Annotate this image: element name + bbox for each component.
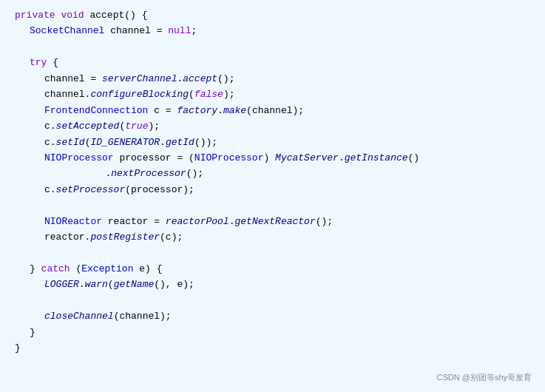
type-socketchannel: SocketChannel <box>30 23 104 38</box>
line-close-channel: closeChannel (channel); <box>15 308 530 324</box>
method-setAccepted: setAccepted <box>56 118 120 134</box>
var-factory: factory <box>177 103 217 118</box>
method-postRegister: postRegister <box>90 229 160 245</box>
method-warn: warn <box>85 277 108 292</box>
keyword-private: private <box>15 7 55 23</box>
line-blank-4 <box>15 293 530 308</box>
line-blank-1 <box>15 39 530 55</box>
line-blank-2 <box>15 197 530 213</box>
keyword-true: true <box>125 118 148 134</box>
var-logger: LOGGER <box>44 277 79 292</box>
line-next-processor: . nextProcessor (); <box>15 166 530 181</box>
method-setId: setId <box>56 135 85 150</box>
line-logger-warn: LOGGER . warn ( getName (), e); <box>15 277 530 292</box>
method-getInstance: getInstance <box>345 150 408 166</box>
type-exception: Exception <box>81 261 133 277</box>
line-channel-accept: channel = serverChannel . accept (); <box>15 71 530 87</box>
watermark: CSDN @别团等shy哥发育 <box>436 372 532 383</box>
method-accept: accept <box>183 71 217 87</box>
keyword-catch: catch <box>41 261 70 277</box>
method-setProcessor: setProcessor <box>56 182 126 197</box>
line-close-method: } <box>15 340 530 356</box>
line-frontend-connection: FrontendConnection c = factory . make (c… <box>15 103 530 118</box>
line-close-catch: } <box>15 325 530 340</box>
type-nioprocessor: NIOProcessor <box>44 150 114 166</box>
type-nioprocessor-cast: NIOProcessor <box>194 150 264 166</box>
line-2: SocketChannel channel = null ; <box>15 23 530 38</box>
line-try: try { <box>15 55 530 70</box>
keyword-void: void <box>61 7 84 23</box>
method-nextProcessor: nextProcessor <box>111 166 186 181</box>
line-catch: } catch ( Exception e) { <box>15 261 530 277</box>
line-set-processor: c. setProcessor (processor); <box>15 182 530 197</box>
line-set-accepted: c. setAccepted ( true ); <box>15 118 530 134</box>
method-closeChannel: closeChannel <box>44 308 114 324</box>
line-nio-processor: NIOProcessor processor = ( NIOProcessor … <box>15 150 530 166</box>
method-make: make <box>223 103 246 118</box>
class-mycatserver: MycatServer <box>275 150 339 166</box>
line-1: private void accept() { <box>15 7 530 23</box>
keyword-null: null <box>168 23 191 38</box>
code-container: private void accept() { SocketChannel ch… <box>0 0 545 392</box>
method-getName: getName <box>114 277 155 292</box>
method-getId: getId <box>166 135 194 150</box>
var-serverChannel: serverChannel <box>102 71 177 87</box>
var-reactorPool: reactorPool <box>166 214 229 229</box>
line-blank-3 <box>15 246 530 261</box>
keyword-false: false <box>194 87 223 102</box>
code-block: private void accept() { SocketChannel ch… <box>0 7 545 356</box>
line-configure-blocking: channel. configureBlocking ( false ); <box>15 87 530 102</box>
line-nio-reactor: NIOReactor reactor = reactorPool . getNe… <box>15 214 530 229</box>
var-id-generator: ID_GENERATOR <box>90 135 160 150</box>
method-getNextReactor: getNextReactor <box>234 214 315 229</box>
keyword-try: try <box>30 55 47 70</box>
line-post-register: reactor. postRegister (c); <box>15 229 530 245</box>
type-frontendconnection: FrontendConnection <box>44 103 148 118</box>
line-set-id: c. setId ( ID_GENERATOR . getId ()); <box>15 135 530 150</box>
method-configureBlocking: configureBlocking <box>90 87 189 102</box>
type-nioreactor: NIOReactor <box>44 214 102 229</box>
